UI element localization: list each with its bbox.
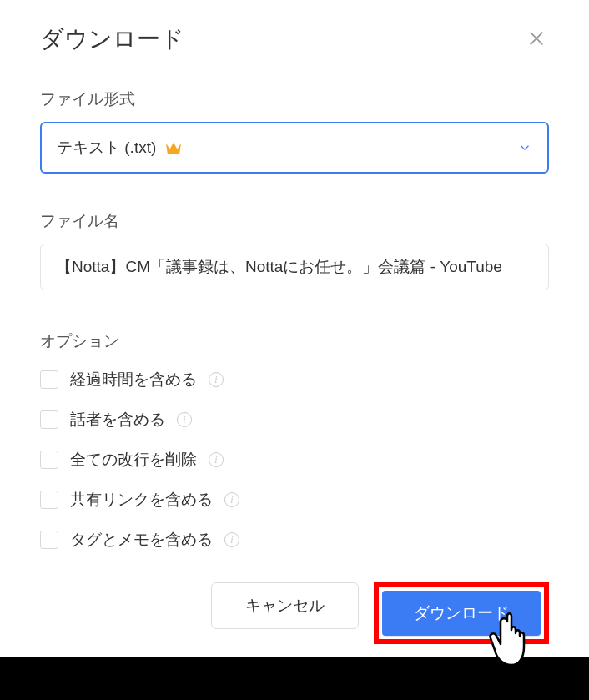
download-modal: ダウンロード ファイル形式 テキスト (.txt) ファイル名 オプション 経過…	[0, 0, 589, 657]
close-button[interactable]	[524, 26, 549, 53]
checkbox-share-link[interactable]	[40, 491, 58, 509]
info-icon[interactable]: i	[224, 492, 239, 507]
cancel-button[interactable]: キャンセル	[211, 582, 359, 629]
checkbox-speaker[interactable]	[40, 410, 58, 429]
option-row-share-link: 共有リンクを含める i	[40, 489, 549, 511]
info-icon[interactable]: i	[209, 452, 224, 467]
crown-icon	[164, 140, 183, 155]
chevron-down-icon	[517, 140, 532, 155]
modal-title: ダウンロード	[40, 23, 184, 55]
option-row-tags-memo: タグとメモを含める i	[40, 529, 549, 551]
option-label: タグとメモを含める	[70, 529, 213, 551]
download-button[interactable]: ダウンロード	[382, 591, 541, 636]
checkbox-remove-newlines[interactable]	[40, 451, 58, 469]
option-row-elapsed-time: 経過時間を含める i	[40, 369, 549, 390]
info-icon[interactable]: i	[209, 372, 224, 387]
option-row-remove-newlines: 全ての改行を削除 i	[40, 449, 549, 471]
info-icon[interactable]: i	[177, 412, 192, 427]
option-label: 全ての改行を削除	[70, 449, 197, 471]
download-highlight: ダウンロード	[374, 582, 549, 644]
file-format-label: ファイル形式	[40, 88, 549, 110]
checkbox-elapsed-time[interactable]	[40, 370, 58, 389]
file-format-select[interactable]: テキスト (.txt)	[40, 122, 549, 174]
close-icon	[527, 29, 546, 48]
file-format-value: テキスト (.txt)	[57, 137, 156, 159]
modal-header: ダウンロード	[40, 23, 549, 55]
options-label: オプション	[40, 330, 549, 352]
info-icon[interactable]: i	[224, 532, 239, 547]
option-row-speaker: 話者を含める i	[40, 409, 549, 431]
option-label: 経過時間を含める	[70, 369, 197, 390]
file-name-input[interactable]	[56, 258, 533, 276]
file-name-input-wrap	[40, 244, 549, 290]
file-name-label: ファイル名	[40, 210, 549, 232]
option-label: 話者を含める	[70, 409, 165, 431]
checkbox-tags-memo[interactable]	[40, 531, 58, 549]
modal-actions: キャンセル ダウンロード	[40, 582, 549, 644]
option-label: 共有リンクを含める	[70, 489, 213, 511]
